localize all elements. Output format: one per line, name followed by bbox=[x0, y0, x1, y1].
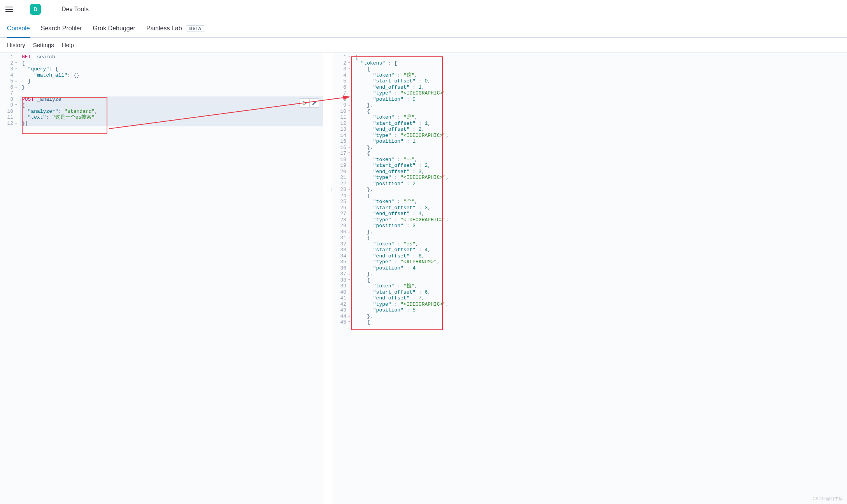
code-line[interactable]: }, bbox=[355, 187, 847, 193]
code-line[interactable]: "position" : 4 bbox=[355, 265, 847, 271]
request-editor[interactable]: 12▾3▾45▴6▴789▾101112▴ GET _search{ "quer… bbox=[0, 52, 323, 504]
code-line[interactable]: "start_offset" : 0, bbox=[355, 78, 847, 84]
code-line[interactable]: "match_all": {} bbox=[22, 72, 323, 79]
code-line[interactable]: "token" : "搜", bbox=[355, 283, 847, 289]
code-line[interactable]: "token" : "es", bbox=[355, 241, 847, 247]
code-line[interactable]: { bbox=[22, 60, 323, 66]
fold-icon[interactable]: ▴ bbox=[347, 102, 350, 108]
code-line[interactable]: "end_offset" : 3, bbox=[355, 169, 847, 175]
code-line[interactable]: "position" : 1 bbox=[355, 138, 847, 145]
subnav-settings[interactable]: Settings bbox=[33, 42, 54, 48]
tab-label: Grok Debugger bbox=[93, 25, 135, 32]
code-line[interactable]: { bbox=[355, 193, 847, 199]
fold-icon[interactable]: ▾ bbox=[347, 235, 350, 241]
fold-icon[interactable]: ▾ bbox=[14, 60, 17, 66]
fold-icon[interactable]: ▴ bbox=[347, 187, 350, 193]
code-line[interactable]: }| bbox=[22, 121, 323, 127]
code-line[interactable]: "token" : "一", bbox=[355, 157, 847, 163]
response-editor[interactable]: 1▾2▾3▾456789▴10▾111213141516▴17▾18192021… bbox=[333, 52, 847, 504]
code-line[interactable]: "type" : "<IDEOGRAPHIC>", bbox=[355, 175, 847, 181]
fold-icon[interactable]: ▾ bbox=[14, 66, 17, 72]
code-line[interactable]: }, bbox=[355, 313, 847, 320]
code-line[interactable]: }, bbox=[355, 145, 847, 151]
code-line[interactable]: GET _search bbox=[22, 54, 323, 60]
fold-icon[interactable]: ▴ bbox=[347, 271, 350, 277]
gutter-line: 36 bbox=[333, 265, 351, 271]
code-line[interactable]: "start_offset" : 3, bbox=[355, 205, 847, 211]
split-gap[interactable]: ⋮⋮ bbox=[323, 52, 333, 504]
play-icon bbox=[302, 100, 307, 106]
code-line[interactable]: "start_offset" : 4, bbox=[355, 247, 847, 253]
code-line[interactable]: "text": "这是一个es搜索" bbox=[22, 114, 323, 121]
code-line[interactable]: "type" : "<IDEOGRAPHIC>", bbox=[355, 133, 847, 139]
fold-icon[interactable]: ▴ bbox=[347, 313, 350, 320]
code-line[interactable]: "position" : 2 bbox=[355, 181, 847, 187]
code-line[interactable]: { bbox=[22, 102, 323, 108]
code-line[interactable]: } bbox=[22, 84, 323, 91]
code-line[interactable]: { bbox=[355, 108, 847, 115]
code-line[interactable]: "token" : "是", bbox=[355, 114, 847, 121]
tab-search-profiler[interactable]: Search Profiler bbox=[41, 19, 82, 37]
run-button[interactable] bbox=[300, 99, 309, 107]
wrench-button[interactable] bbox=[309, 99, 319, 107]
fold-icon[interactable]: ▾ bbox=[347, 54, 350, 60]
fold-icon[interactable]: ▾ bbox=[347, 277, 350, 284]
fold-icon[interactable]: ▾ bbox=[347, 66, 350, 72]
code-line[interactable]: { bbox=[355, 54, 847, 60]
code-line[interactable]: "type" : "<ALPHANUM>", bbox=[355, 259, 847, 265]
fold-icon[interactable]: ▾ bbox=[347, 60, 350, 66]
fold-icon[interactable]: ▾ bbox=[347, 319, 350, 326]
fold-icon[interactable]: ▾ bbox=[347, 150, 350, 157]
code-line[interactable] bbox=[22, 90, 323, 96]
fold-icon[interactable]: ▴ bbox=[347, 229, 350, 235]
code-line[interactable]: "token" : "这", bbox=[355, 72, 847, 79]
code-line[interactable]: } bbox=[22, 78, 323, 84]
watermark: CSDN @何中应 bbox=[813, 496, 843, 502]
gutter-line: 4 bbox=[333, 72, 351, 79]
code-line[interactable]: "type" : "<IDEOGRAPHIC>", bbox=[355, 90, 847, 96]
gutter-line: 20 bbox=[333, 169, 351, 175]
fold-icon[interactable]: ▾ bbox=[347, 108, 350, 115]
fold-icon[interactable]: ▴ bbox=[14, 84, 17, 91]
subnav-history[interactable]: History bbox=[7, 42, 25, 48]
fold-icon[interactable]: ▾ bbox=[347, 193, 350, 199]
code-line[interactable]: { bbox=[355, 66, 847, 72]
tab-grok-debugger[interactable]: Grok Debugger bbox=[93, 19, 135, 37]
code-line[interactable]: }, bbox=[355, 102, 847, 108]
code-line[interactable]: "end_offset" : 6, bbox=[355, 253, 847, 259]
drag-handle-icon[interactable]: ⋮⋮ bbox=[326, 189, 330, 196]
code-line[interactable]: "end_offset" : 1, bbox=[355, 84, 847, 91]
code-line[interactable]: "analyzer": "standard", bbox=[22, 108, 323, 115]
subnav-help[interactable]: Help bbox=[62, 42, 74, 48]
code-line[interactable]: "tokens" : [ bbox=[355, 60, 847, 66]
code-line[interactable]: "start_offset" : 1, bbox=[355, 121, 847, 127]
code-line[interactable]: "position" : 5 bbox=[355, 307, 847, 313]
code-line[interactable]: { bbox=[355, 319, 847, 326]
code-line[interactable]: "end_offset" : 2, bbox=[355, 126, 847, 133]
code-line[interactable]: "query": { bbox=[22, 66, 323, 72]
code-line[interactable]: POST _analyze bbox=[22, 96, 323, 103]
code-line[interactable]: { bbox=[355, 150, 847, 157]
app-icon[interactable]: D bbox=[30, 4, 41, 15]
code-line[interactable]: "type" : "<IDEOGRAPHIC>", bbox=[355, 301, 847, 308]
fold-icon[interactable]: ▴ bbox=[14, 121, 17, 127]
code-line[interactable]: "end_offset" : 7, bbox=[355, 295, 847, 301]
code-line[interactable]: { bbox=[355, 235, 847, 241]
code-line[interactable]: "position" : 0 bbox=[355, 96, 847, 103]
code-line[interactable]: { bbox=[355, 277, 847, 284]
fold-icon[interactable]: ▴ bbox=[347, 145, 350, 151]
fold-icon[interactable]: ▴ bbox=[14, 78, 17, 84]
code-line[interactable]: }, bbox=[355, 229, 847, 235]
code-line[interactable]: "position" : 3 bbox=[355, 223, 847, 229]
code-line[interactable]: "start_offset" : 2, bbox=[355, 163, 847, 169]
tab-painless-lab[interactable]: Painless LabBETA bbox=[146, 19, 205, 37]
code-line[interactable]: "type" : "<IDEOGRAPHIC>", bbox=[355, 217, 847, 223]
code-line[interactable]: "start_offset" : 6, bbox=[355, 289, 847, 296]
gutter-line: 12▴ bbox=[0, 121, 18, 127]
tab-console[interactable]: Console bbox=[7, 19, 30, 37]
fold-icon[interactable]: ▾ bbox=[14, 102, 17, 108]
code-line[interactable]: "end_offset" : 4, bbox=[355, 211, 847, 217]
code-line[interactable]: "token" : "个", bbox=[355, 199, 847, 205]
menu-icon[interactable] bbox=[5, 5, 14, 14]
code-line[interactable]: }, bbox=[355, 271, 847, 277]
